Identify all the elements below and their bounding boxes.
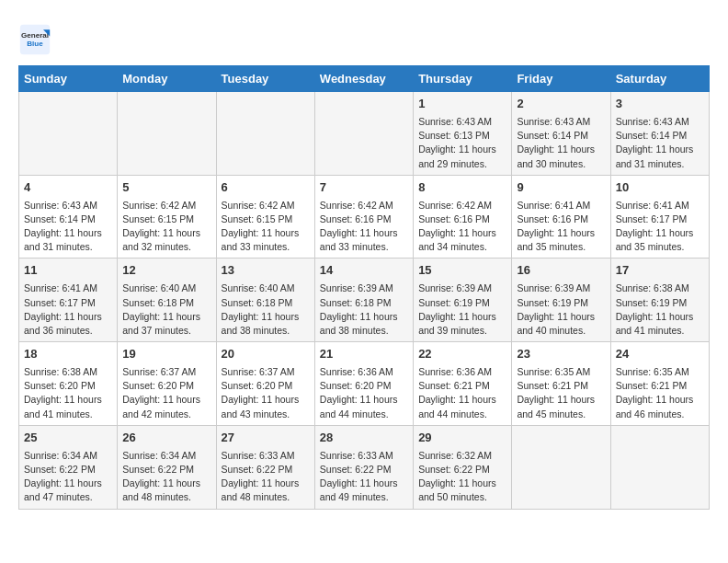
calendar-cell: 16Sunrise: 6:39 AMSunset: 6:19 PMDayligh… — [512, 259, 610, 342]
col-header-wednesday: Wednesday — [314, 66, 413, 92]
day-info-line: Daylight: 11 hours — [222, 226, 310, 240]
day-info-line: Daylight: 11 hours — [418, 143, 506, 156]
day-info-line: Sunrise: 6:41 AM — [616, 199, 704, 213]
calendar-cell: 11Sunrise: 6:41 AMSunset: 6:17 PMDayligh… — [19, 259, 118, 342]
day-info-line: Daylight: 11 hours — [320, 393, 408, 407]
day-number: 7 — [320, 179, 408, 197]
day-info-line: Sunrise: 6:40 AM — [122, 282, 210, 295]
col-header-sunday: Sunday — [19, 66, 118, 92]
day-info-line: and 43 minutes. — [222, 408, 310, 421]
day-number: 27 — [222, 430, 310, 447]
day-info-line: Sunset: 6:19 PM — [418, 296, 506, 310]
week-row-5: 25Sunrise: 6:34 AMSunset: 6:22 PMDayligh… — [19, 425, 710, 509]
week-row-1: 1Sunrise: 6:43 AMSunset: 6:13 PMDaylight… — [19, 92, 710, 176]
day-info-line: Sunrise: 6:42 AM — [418, 199, 506, 213]
calendar-cell: 8Sunrise: 6:42 AMSunset: 6:16 PMDaylight… — [414, 175, 512, 259]
calendar-cell: 5Sunrise: 6:42 AMSunset: 6:15 PMDaylight… — [118, 175, 216, 259]
calendar-cell: 24Sunrise: 6:35 AMSunset: 6:21 PMDayligh… — [610, 342, 709, 426]
day-info-line: and 35 minutes. — [616, 240, 704, 254]
day-info-line: Sunset: 6:20 PM — [222, 379, 310, 393]
day-info-line: Daylight: 11 hours — [24, 393, 112, 407]
day-info-line: Daylight: 11 hours — [616, 226, 704, 240]
day-info-line: and 30 minutes. — [517, 157, 605, 171]
calendar-cell: 25Sunrise: 6:34 AMSunset: 6:22 PMDayligh… — [19, 425, 118, 509]
day-info-line: Daylight: 11 hours — [320, 477, 408, 490]
day-info-line: Sunrise: 6:42 AM — [222, 199, 310, 213]
day-info-line: Sunset: 6:22 PM — [222, 463, 310, 477]
day-info-line: Sunset: 6:18 PM — [320, 296, 408, 310]
day-info-line: Sunrise: 6:32 AM — [418, 449, 506, 463]
calendar-cell — [118, 92, 216, 176]
day-info-line: and 32 minutes. — [122, 240, 210, 254]
day-info-line: Sunrise: 6:38 AM — [24, 365, 112, 379]
day-number: 19 — [122, 346, 210, 363]
day-info-line: and 33 minutes. — [222, 240, 310, 254]
day-info-line: and 34 minutes. — [418, 240, 506, 254]
day-info-line: and 39 minutes. — [418, 324, 506, 338]
day-info-line: Sunset: 6:16 PM — [320, 213, 408, 226]
day-info-line: Daylight: 11 hours — [616, 310, 704, 324]
calendar-cell: 9Sunrise: 6:41 AMSunset: 6:16 PMDaylight… — [512, 175, 610, 259]
day-info-line: Daylight: 11 hours — [222, 477, 310, 490]
day-info-line: Sunrise: 6:43 AM — [616, 115, 704, 129]
day-number: 24 — [616, 346, 704, 363]
day-info-line: Daylight: 11 hours — [24, 226, 112, 240]
day-info-line: and 44 minutes. — [418, 408, 506, 421]
calendar-cell — [610, 425, 709, 509]
calendar-cell: 21Sunrise: 6:36 AMSunset: 6:20 PMDayligh… — [314, 342, 413, 426]
day-info-line: Sunset: 6:20 PM — [24, 379, 112, 393]
day-info-line: Daylight: 11 hours — [320, 226, 408, 240]
day-number: 26 — [122, 430, 210, 447]
day-info-line: Sunrise: 6:38 AM — [616, 282, 704, 295]
day-info-line: Daylight: 11 hours — [320, 310, 408, 324]
day-number: 5 — [122, 179, 210, 197]
day-info-line: Sunrise: 6:34 AM — [122, 449, 210, 463]
day-info-line: Daylight: 11 hours — [616, 143, 704, 156]
day-info-line: Daylight: 11 hours — [222, 310, 310, 324]
calendar-cell: 26Sunrise: 6:34 AMSunset: 6:22 PMDayligh… — [118, 425, 216, 509]
day-info-line: and 48 minutes. — [122, 490, 210, 504]
day-info-line: Sunset: 6:20 PM — [320, 379, 408, 393]
day-info-line: Sunset: 6:15 PM — [222, 213, 310, 226]
day-info-line: Daylight: 11 hours — [517, 393, 605, 407]
day-info-line: and 31 minutes. — [24, 240, 112, 254]
day-info-line: Sunset: 6:16 PM — [418, 213, 506, 226]
calendar-cell: 27Sunrise: 6:33 AMSunset: 6:22 PMDayligh… — [216, 425, 314, 509]
calendar-cell: 19Sunrise: 6:37 AMSunset: 6:20 PMDayligh… — [118, 342, 216, 426]
day-number: 22 — [418, 346, 506, 363]
day-number: 3 — [616, 96, 704, 113]
day-info-line: and 31 minutes. — [616, 157, 704, 171]
day-info-line: and 29 minutes. — [418, 157, 506, 171]
day-number: 21 — [320, 346, 408, 363]
day-number: 18 — [24, 346, 112, 363]
day-info-line: Sunrise: 6:41 AM — [24, 282, 112, 295]
day-info-line: and 35 minutes. — [517, 240, 605, 254]
day-info-line: Daylight: 11 hours — [418, 477, 506, 490]
day-number: 13 — [222, 262, 310, 280]
day-info-line: Sunset: 6:22 PM — [24, 463, 112, 477]
week-row-3: 11Sunrise: 6:41 AMSunset: 6:17 PMDayligh… — [19, 259, 710, 342]
page-header: General Blue — [18, 18, 710, 56]
day-info-line: and 36 minutes. — [24, 324, 112, 338]
col-header-saturday: Saturday — [610, 66, 709, 92]
day-number: 12 — [122, 262, 210, 280]
day-number: 11 — [24, 262, 112, 280]
day-number: 2 — [517, 96, 605, 113]
day-info-line: Sunrise: 6:39 AM — [517, 282, 605, 295]
day-info-line: Sunset: 6:22 PM — [320, 463, 408, 477]
day-info-line: Sunset: 6:21 PM — [418, 379, 506, 393]
day-info-line: Sunset: 6:19 PM — [517, 296, 605, 310]
day-info-line: and 38 minutes. — [222, 324, 310, 338]
col-header-friday: Friday — [512, 66, 610, 92]
day-info-line: Sunset: 6:14 PM — [24, 213, 112, 226]
calendar-cell: 12Sunrise: 6:40 AMSunset: 6:18 PMDayligh… — [118, 259, 216, 342]
day-number: 29 — [418, 430, 506, 447]
calendar-cell — [512, 425, 610, 509]
day-info-line: Sunset: 6:17 PM — [24, 296, 112, 310]
day-info-line: Sunrise: 6:33 AM — [320, 449, 408, 463]
day-info-line: and 41 minutes. — [24, 408, 112, 421]
day-info-line: Daylight: 11 hours — [418, 393, 506, 407]
calendar-cell — [19, 92, 118, 176]
day-info-line: Sunset: 6:22 PM — [418, 463, 506, 477]
day-number: 25 — [24, 430, 112, 447]
